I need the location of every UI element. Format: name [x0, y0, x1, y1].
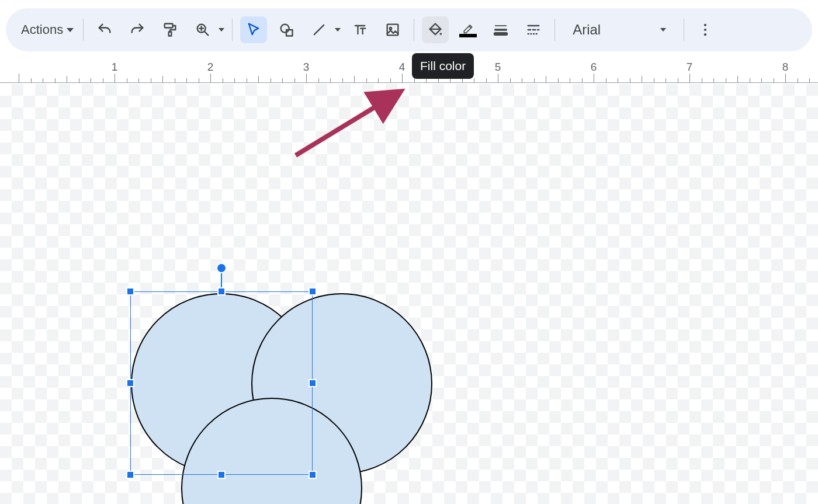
svg-line-21 [296, 93, 397, 155]
ruler-tick [210, 74, 211, 83]
svg-line-8 [314, 25, 324, 34]
toolbar: Actions [6, 8, 812, 51]
pencil-icon [461, 22, 475, 34]
border-weight-button[interactable] [487, 16, 514, 43]
ruler-tick [31, 78, 32, 83]
ruler-tick [462, 78, 463, 83]
ruler-tick [809, 78, 810, 83]
textbox-tool-button[interactable] [346, 16, 373, 43]
ruler-tick [618, 78, 618, 83]
ruler-tick [378, 78, 379, 83]
ruler-tick [761, 78, 762, 83]
ruler-tick [138, 78, 139, 83]
pen-icon-wrap [459, 22, 477, 37]
ruler-tick [175, 78, 175, 83]
actions-menu-button[interactable]: Actions [16, 19, 78, 41]
svg-point-6 [281, 25, 289, 33]
ruler-tick [330, 78, 331, 83]
ruler-tick [151, 78, 151, 83]
svg-point-18 [704, 24, 706, 26]
border-color-button[interactable] [455, 16, 481, 43]
font-family-button[interactable]: Arial [564, 16, 674, 43]
zoom-icon [195, 22, 211, 38]
ruler-tick [498, 74, 498, 83]
toolbar-separator [83, 19, 84, 41]
caret-down-icon [219, 28, 224, 32]
line-dash-icon [525, 22, 542, 38]
redo-icon [129, 22, 145, 38]
shape-tool-button[interactable] [273, 16, 300, 43]
ruler-number: 3 [303, 61, 310, 74]
annotation-arrow [292, 85, 409, 161]
rotation-stem [221, 267, 222, 292]
ruler-tick [390, 78, 391, 83]
more-vertical-icon [697, 22, 713, 38]
ruler-number: 2 [207, 61, 214, 74]
line-tool-button[interactable] [306, 16, 341, 43]
ruler-tick [271, 78, 271, 83]
svg-point-10 [390, 27, 392, 30]
select-tool-button[interactable] [240, 16, 267, 43]
ruler-tick [713, 78, 714, 83]
ruler-tick [258, 76, 259, 83]
text-icon [352, 22, 368, 38]
toolbar-separator [232, 19, 233, 41]
svg-point-20 [704, 33, 706, 36]
ruler-tick [103, 78, 103, 83]
zoom-icon-wrap [189, 16, 216, 43]
actions-label: Actions [21, 22, 63, 37]
redo-button[interactable] [124, 16, 151, 43]
ruler-tick [426, 78, 427, 83]
ruler-tick [115, 74, 115, 83]
undo-button[interactable] [91, 16, 118, 43]
ruler-tick [294, 78, 295, 83]
ruler-tick [726, 78, 726, 83]
ruler-tick [750, 78, 750, 83]
ruler-number: 4 [399, 61, 405, 74]
ruler-tick [510, 78, 511, 83]
ruler-tick [162, 76, 163, 83]
image-icon [384, 22, 401, 38]
svg-line-3 [205, 32, 209, 36]
ruler-tick [678, 78, 678, 83]
ruler-tick [594, 74, 594, 83]
cursor-icon [245, 22, 262, 38]
ruler-tick [186, 78, 187, 83]
ruler-tick [414, 78, 415, 83]
caret-down-icon [335, 28, 341, 32]
drawing-canvas[interactable] [0, 84, 818, 504]
resize-handle-ne[interactable] [309, 287, 317, 296]
rotation-handle[interactable] [216, 263, 227, 273]
paint-format-button[interactable] [157, 16, 183, 43]
ruler-number: 1 [112, 61, 118, 74]
caret-down-icon [67, 28, 74, 32]
ruler-tick [522, 78, 522, 83]
ruler-number: 7 [687, 61, 693, 74]
ruler-tick [798, 78, 798, 83]
fill-color-button[interactable] [422, 16, 449, 43]
ruler-tick [247, 78, 247, 83]
line-weight-icon [493, 22, 509, 38]
ruler-tick [774, 78, 774, 83]
zoom-button[interactable] [189, 16, 224, 43]
more-tools-button[interactable] [692, 16, 719, 43]
ruler-number: 5 [495, 61, 501, 74]
ruler-tick [79, 78, 79, 83]
ruler-tick [630, 78, 630, 83]
ruler-tick [318, 78, 319, 83]
border-dash-button[interactable] [520, 16, 547, 43]
ruler-tick [546, 76, 546, 83]
border-color-swatch [459, 34, 477, 37]
resize-handle-sw[interactable] [126, 471, 134, 479]
ruler-tick [91, 78, 91, 83]
ruler-number: 6 [591, 61, 597, 74]
ruler-tick [689, 74, 690, 83]
horizontal-ruler: 12345678 [0, 61, 818, 84]
resize-handle-nw[interactable] [126, 287, 134, 296]
toolbar-separator [554, 19, 555, 41]
ruler-tick [438, 78, 439, 83]
ruler-baseline [0, 82, 818, 83]
ruler-tick [474, 78, 474, 83]
ruler-tick [127, 78, 127, 83]
insert-image-button[interactable] [379, 16, 406, 43]
